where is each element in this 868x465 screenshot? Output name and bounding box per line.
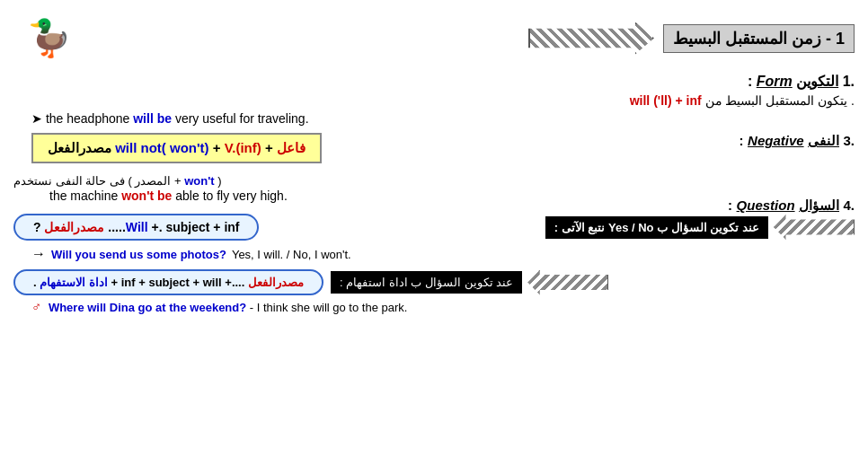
title-area: 1 - زمن المستقبل البسيط <box>528 22 855 55</box>
neg-label: .3 <box>843 133 855 148</box>
adawat-rule-box: عند تكوين السؤال ب اداة استفهام : <box>331 271 522 294</box>
ex2-text: the machine <box>49 189 121 203</box>
question-section: Will +. subject + inf..... مصدرالفعل ? ع… <box>13 214 855 268</box>
negative-formula-box: فاعل + will not( won't) + V.(inf) مصدرال… <box>31 133 322 163</box>
ex1-text: the headphone <box>46 111 129 126</box>
question-left: Will +. subject + inf..... مصدرالفعل ? ع… <box>13 214 855 268</box>
neg-title-en: Negative <box>748 133 804 148</box>
formula2-mid: ....+ inf + subject + will + <box>108 276 244 289</box>
neg-formula-plus2: + <box>213 140 225 155</box>
ex1-arrow: ➤ <box>31 111 42 126</box>
neg-rule-text: فى حالة النفى نستخدم ( المصدر + won't ) <box>13 174 222 188</box>
adawat-label: اداة الاستفهام <box>40 276 108 289</box>
ex-dina-rest: - I think she will go to the park. <box>250 301 408 314</box>
q-label: .4 <box>843 197 855 213</box>
q-colon: : <box>728 197 732 213</box>
q2-left: مصدرالفعل ....+ inf + subject + will + ا… <box>13 269 855 314</box>
section4-title: .4 السؤال Question : <box>728 197 855 214</box>
form-rule-ar: يتكون المستقبل البسيط من <box>705 93 848 108</box>
arrow-bullet1: → <box>31 246 46 262</box>
neg-formula-vinf: V.(inf) <box>225 140 261 155</box>
header-row: 🦆 1 - زمن المستقبل البسيط <box>13 9 855 67</box>
title-text: زمن المستقبل البسيط <box>673 30 821 48</box>
page-title: 1 - زمن المستقبل البسيط <box>663 24 855 53</box>
example-machine: the machine won't be able to fly very hi… <box>13 189 731 203</box>
arrow-striped-2 <box>527 270 608 295</box>
formula2-right-group: عند تكوين السؤال ب اداة استفهام : <box>331 270 608 295</box>
will-label: Will <box>126 220 148 234</box>
negative-left: فاعل + will not( won't) + V.(inf) مصدرال… <box>13 133 731 210</box>
title-num: 1 <box>836 30 845 48</box>
q2-dot: . <box>33 276 37 289</box>
q-title-en: Question <box>737 197 795 213</box>
oval-formula2: مصدرالفعل ....+ inf + subject + will + ا… <box>13 269 323 295</box>
ex-q1-rest: Yes, I will. / No, I won't. <box>232 248 351 261</box>
wont-text: won't <box>184 174 214 188</box>
form-label: .1 <box>843 74 855 89</box>
taurus-symbol: ♂ <box>31 299 41 314</box>
q-formula1-row: Will +. subject + inf..... مصدرالفعل ? ع… <box>13 214 855 241</box>
neg-formula-plus1: + <box>261 140 273 155</box>
neg-title-ar: النفى <box>808 133 839 148</box>
title-sep: - <box>821 30 831 48</box>
q2-row-inner: مصدرالفعل ....+ inf + subject + will + ا… <box>13 269 855 295</box>
neg-formula-faail: فاعل <box>277 140 306 155</box>
neg-rule-row: فى حالة النفى نستخدم ( المصدر + won't ) <box>13 172 731 189</box>
form-colon: : <box>748 74 752 89</box>
q-mark: ? <box>33 220 41 234</box>
ex-dina-blue: Where will Dina go at the weekend? <box>49 301 246 314</box>
example-dina: ♂ Where will Dina go at the weekend? - I… <box>13 299 855 314</box>
form-title-en: Form <box>757 74 793 89</box>
masdar-label: مصدرالفعل <box>44 220 104 234</box>
duck-image: 🦆 <box>13 9 85 67</box>
neg-colon: : <box>740 133 744 148</box>
neg-formula-will: will not( won't) <box>115 140 208 155</box>
q-title-ar: السؤال <box>799 197 839 213</box>
example-will-send: → Will you send us some photos? Yes, I w… <box>13 246 855 262</box>
form-rule-formula: will ('ll) + inf <box>630 93 702 108</box>
section-neg-title: .3 النفى Negative : <box>740 133 855 149</box>
masdar2-label: مصدرالفعل <box>248 276 304 289</box>
neg-formula-masdar: مصدرالفعل <box>48 140 111 155</box>
formula1-right-group: عند تكوين السؤال ب Yes / No نتبع الآتى : <box>545 215 855 240</box>
ex-q1-blue: Will you send us some photos? <box>51 248 226 261</box>
title-arrow <box>528 22 654 55</box>
ex1-rest: very useful for traveling. <box>175 111 309 126</box>
form-rule: . يتكون المستقبل البسيط من will ('ll) + … <box>13 93 855 108</box>
example-headphone: ➤ the headphone will be very useful for … <box>13 111 855 126</box>
q-formula2-row: مصدرالفعل ....+ inf + subject + will + ا… <box>13 269 855 314</box>
ex1-bold: will be <box>133 111 172 126</box>
form-title-ar: التكوين <box>796 74 838 89</box>
ex2-rest: able to fly very high. <box>175 189 288 203</box>
oval-formula1: Will +. subject + inf..... مصدرالفعل ? <box>13 214 259 241</box>
will-formula: . <box>847 93 855 108</box>
arrow-striped-1 <box>774 215 855 240</box>
ex2-wont: won't be <box>121 189 172 203</box>
section-form: .1 التكوين Form : <box>13 73 855 90</box>
page: 🦆 1 - زمن المستقبل البسيط .1 التكوين For… <box>0 0 868 465</box>
yesno-rule-box: عند تكوين السؤال ب Yes / No نتبع الآتى : <box>545 216 768 239</box>
